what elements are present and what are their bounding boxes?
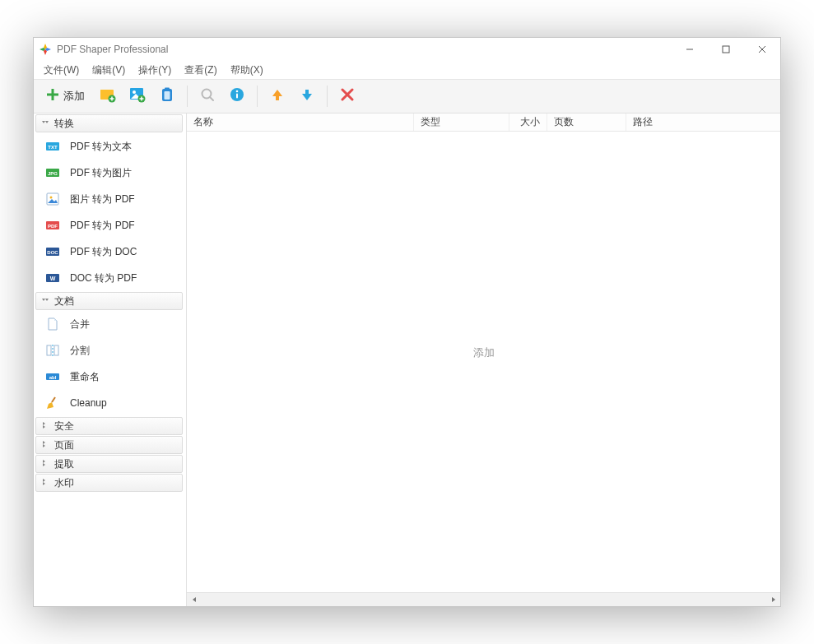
- sidebar-item-label: 重命名: [70, 370, 100, 384]
- scroll-left-icon[interactable]: [187, 593, 201, 607]
- column-size[interactable]: 大小: [509, 114, 547, 131]
- menu-edit[interactable]: 编辑(V): [86, 62, 132, 79]
- sidebar-section-label: 转换: [54, 117, 74, 131]
- sidebar-section-label: 安全: [54, 419, 74, 433]
- chevron-down-icon: [41, 118, 49, 128]
- info-button[interactable]: [224, 83, 250, 109]
- sidebar-item-label: PDF 转为图片: [70, 166, 132, 180]
- scrollbar-track[interactable]: [201, 593, 766, 606]
- column-pages[interactable]: 页数: [547, 114, 626, 131]
- sidebar-section-watermark[interactable]: 水印: [35, 474, 183, 492]
- sidebar-item-merge[interactable]: 合并: [34, 311, 184, 337]
- sidebar-item-split[interactable]: 分割: [34, 337, 184, 364]
- sidebar-item-pdf-to-pdf[interactable]: PDF PDF 转为 PDF: [34, 212, 184, 239]
- sidebar-section-label: 页面: [54, 438, 74, 452]
- remove-icon: [341, 88, 354, 104]
- sidebar-item-label: PDF 转为文本: [70, 140, 132, 154]
- column-type[interactable]: 类型: [414, 114, 509, 131]
- menu-file[interactable]: 文件(W): [37, 62, 86, 79]
- scroll-right-icon[interactable]: [766, 593, 780, 607]
- app-window: PDF Shaper Professional 文件(W) 编辑(V) 操作(Y…: [33, 37, 781, 607]
- split-icon: [45, 343, 60, 358]
- broom-icon: [45, 396, 60, 410]
- sidebar-item-cleanup[interactable]: Cleanup: [34, 390, 184, 416]
- sidebar-item-doc-to-pdf[interactable]: W DOC 转为 PDF: [34, 265, 184, 291]
- chevron-right-icon: [41, 459, 49, 469]
- rename-icon: abI: [45, 369, 60, 384]
- sidebar-section-pages[interactable]: 页面: [35, 436, 183, 454]
- svg-rect-1: [723, 46, 729, 53]
- svg-point-22: [236, 90, 239, 93]
- svg-text:abI: abI: [49, 375, 57, 380]
- menu-view[interactable]: 查看(Z): [178, 62, 223, 79]
- svg-rect-38: [47, 345, 51, 355]
- svg-rect-39: [54, 345, 58, 355]
- search-icon: [199, 86, 216, 106]
- menu-action[interactable]: 操作(Y): [132, 62, 178, 79]
- svg-text:DOC: DOC: [47, 250, 58, 255]
- arrow-up-icon: [270, 87, 285, 105]
- app-title: PDF Shaper Professional: [57, 44, 672, 55]
- word-file-icon: W: [45, 271, 60, 285]
- txt-file-icon: TXT: [45, 139, 60, 154]
- sidebar-item-pdf-to-image[interactable]: JPG PDF 转为图片: [34, 160, 184, 186]
- file-list-panel: 名称 类型 大小 页数 路径 添加: [187, 114, 780, 606]
- svg-line-20: [210, 97, 213, 100]
- remove-button[interactable]: [334, 83, 360, 109]
- sidebar-section-document[interactable]: 文档: [35, 292, 183, 310]
- move-down-button[interactable]: [294, 83, 320, 109]
- chevron-right-icon: [41, 440, 49, 450]
- sidebar-item-label: PDF 转为 PDF: [70, 219, 135, 233]
- sidebar-item-label: 合并: [70, 317, 90, 331]
- sidebar-section-security[interactable]: 安全: [35, 417, 183, 435]
- add-button-label: 添加: [63, 89, 85, 104]
- file-list-body[interactable]: 添加: [187, 132, 780, 592]
- sidebar-item-label: DOC 转为 PDF: [70, 271, 137, 285]
- file-list-header: 名称 类型 大小 页数 路径: [187, 114, 780, 132]
- toolbar-separator: [257, 86, 258, 107]
- sidebar: 转换 TXT PDF 转为文本 JPG PDF 转为图片 图片 转为 PDF: [34, 114, 187, 606]
- maximize-button[interactable]: [708, 38, 744, 61]
- add-image-button[interactable]: [124, 83, 151, 109]
- image-add-icon: [128, 86, 147, 107]
- move-up-button[interactable]: [264, 83, 291, 109]
- svg-text:W: W: [50, 276, 56, 281]
- sidebar-item-pdf-to-text[interactable]: TXT PDF 转为文本: [34, 133, 184, 160]
- plus-icon: [45, 87, 60, 105]
- search-button[interactable]: [194, 83, 221, 109]
- svg-rect-17: [165, 88, 170, 90]
- close-button[interactable]: [744, 38, 780, 61]
- column-path[interactable]: 路径: [626, 114, 780, 131]
- column-name[interactable]: 名称: [187, 114, 414, 131]
- svg-text:JPG: JPG: [48, 171, 58, 176]
- menubar: 文件(W) 编辑(V) 操作(Y) 查看(Z) 帮助(X): [34, 61, 780, 79]
- sidebar-item-rename[interactable]: abI 重命名: [34, 364, 184, 390]
- page-icon: [45, 317, 60, 331]
- add-folder-button[interactable]: [95, 83, 121, 109]
- sidebar-item-image-to-pdf[interactable]: 图片 转为 PDF: [34, 186, 184, 212]
- pdf-file-icon: PDF: [45, 218, 60, 233]
- svg-point-12: [133, 90, 136, 94]
- empty-add-hint: 添加: [473, 345, 495, 360]
- sidebar-item-label: Cleanup: [70, 397, 107, 409]
- sidebar-section-extract[interactable]: 提取: [35, 455, 183, 473]
- app-icon: [39, 43, 52, 56]
- minimize-button[interactable]: [672, 38, 708, 61]
- menu-help[interactable]: 帮助(X): [224, 62, 270, 79]
- add-button[interactable]: 添加: [39, 83, 91, 109]
- svg-text:TXT: TXT: [48, 145, 58, 150]
- chevron-down-icon: [41, 296, 49, 306]
- horizontal-scrollbar[interactable]: [187, 592, 780, 606]
- svg-rect-7: [100, 90, 106, 92]
- sidebar-item-label: 图片 转为 PDF: [70, 192, 135, 206]
- sidebar-item-pdf-to-doc[interactable]: DOC PDF 转为 DOC: [34, 239, 184, 265]
- sidebar-item-label: PDF 转为 DOC: [70, 245, 137, 259]
- doc-file-icon: DOC: [45, 244, 60, 259]
- svg-rect-18: [165, 91, 170, 100]
- paste-button[interactable]: [154, 83, 180, 109]
- toolbar-separator: [327, 86, 328, 107]
- sidebar-section-convert[interactable]: 转换: [35, 114, 183, 132]
- sidebar-item-label: 分割: [70, 344, 90, 358]
- window-controls: [672, 38, 780, 61]
- jpg-file-icon: JPG: [45, 165, 60, 180]
